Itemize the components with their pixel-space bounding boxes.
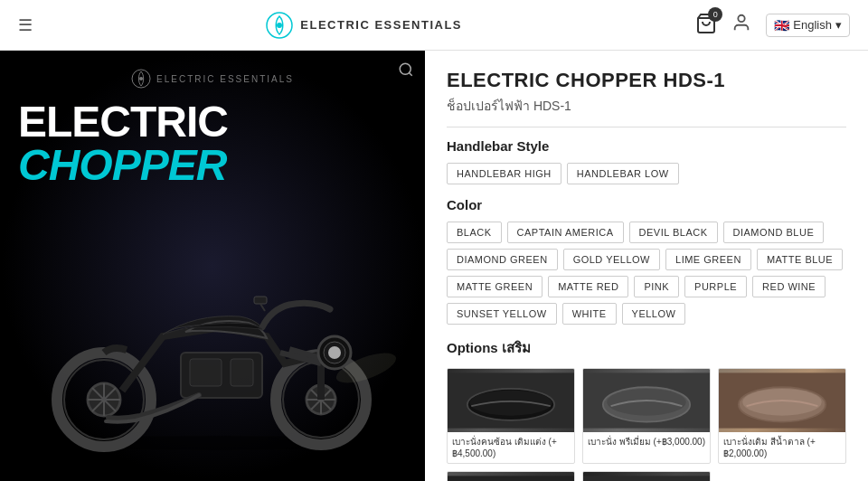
extra-item-4[interactable]	[447, 471, 575, 481]
extra-seat-custom-desc: เบาะนั่งคนซ้อน เดิมแต่ง (+ ฿4,500.00)	[448, 432, 574, 463]
svg-point-1	[277, 23, 282, 28]
svg-point-38	[607, 389, 686, 416]
watermark-logo-icon	[131, 69, 151, 89]
color-red-wine[interactable]: RED WINE	[752, 276, 826, 297]
flag-icon: 🇬🇧	[774, 18, 789, 33]
color-options: BLACK CAPTAIN AMERICA DEVIL BLACK DIAMON…	[447, 222, 846, 325]
header-center: ELECTRIC ESSENTIALS	[266, 12, 462, 39]
extra-seat-leather-desc: เบาะนั่งเดิม สีน้ำตาล (+ ฿2,000.00)	[719, 432, 845, 463]
brand-watermark: ELECTRIC ESSENTIALS	[131, 69, 294, 89]
handlebar-options: HANDLEBAR HIGH HANDLEBAR LOW	[447, 163, 846, 184]
color-captain-america[interactable]: CAPTAIN AMERICA	[507, 222, 624, 243]
handlebar-high-button[interactable]: HANDLEBAR HIGH	[447, 163, 561, 184]
extra-seat-premium-image	[583, 369, 710, 432]
extra-seat-custom-image	[448, 369, 574, 432]
extras-label: Options เสริม	[447, 337, 846, 359]
color-label: Color	[447, 197, 846, 212]
chevron-down-icon: ▾	[835, 18, 842, 32]
motorcycle-image	[23, 219, 402, 454]
svg-rect-30	[254, 297, 267, 304]
hamburger-icon[interactable]: ☰	[18, 15, 33, 35]
color-pink[interactable]: PINK	[634, 276, 679, 297]
svg-point-35	[470, 391, 552, 416]
extra-item-4-icon	[448, 472, 574, 481]
chopper-line1: ELECTRIC	[18, 100, 407, 144]
extra-item-5[interactable]	[582, 471, 711, 481]
color-devil-black[interactable]: DEVIL BLACK	[629, 222, 718, 243]
color-diamond-green[interactable]: DIAMOND GREEN	[447, 249, 558, 270]
extra-item-5-image	[583, 472, 710, 481]
cart-badge: 0	[708, 7, 722, 22]
svg-point-41	[742, 389, 822, 416]
color-yellow[interactable]: YELLOW	[622, 303, 686, 325]
extra-seat-leather-icon	[719, 369, 845, 432]
extra-item-5-icon	[583, 472, 710, 481]
color-purple[interactable]: PURPLE	[684, 276, 747, 297]
color-diamond-blue[interactable]: DIAMOND BLUE	[723, 222, 825, 243]
header: ☰ ELECTRIC ESSENTIALS 0 🇬🇧 Eng	[0, 0, 868, 51]
color-black[interactable]: BLACK	[447, 222, 502, 243]
brand-name: ELECTRIC ESSENTIALS	[300, 18, 462, 32]
extra-seat-custom-icon	[448, 369, 574, 432]
color-matte-red[interactable]: MATTE RED	[548, 276, 628, 297]
svg-rect-23	[231, 359, 253, 386]
account-icon[interactable]	[731, 13, 751, 37]
brand-logo-icon	[266, 12, 293, 39]
extra-seat-leather[interactable]: เบาะนั่งเดิม สีน้ำตาล (+ ฿2,000.00)	[718, 368, 846, 464]
header-right: 0 🇬🇧 English ▾	[695, 13, 850, 37]
svg-point-28	[328, 346, 341, 359]
extra-seat-premium-desc: เบาะนั่ง พรีเมี่ยม (+฿3,000.00)	[583, 432, 710, 451]
main-content: ELECTRIC ESSENTIALS ELECTRIC CHOPPER	[0, 51, 868, 481]
extra-seat-leather-image	[719, 369, 845, 432]
extra-seat-custom[interactable]: เบาะนั่งคนซ้อน เดิมแต่ง (+ ฿4,500.00)	[447, 368, 575, 464]
extras-grid: เบาะนั่งคนซ้อน เดิมแต่ง (+ ฿4,500.00) เบ…	[447, 368, 846, 481]
color-lime-green[interactable]: LIME GREEN	[665, 249, 751, 270]
svg-point-5	[139, 77, 143, 80]
product-image-panel: ELECTRIC ESSENTIALS ELECTRIC CHOPPER	[0, 51, 425, 481]
header-left: ☰	[18, 15, 33, 35]
svg-rect-22	[190, 359, 222, 386]
color-matte-blue[interactable]: MATTE BLUE	[757, 249, 843, 270]
search-icon[interactable]	[398, 61, 414, 81]
extra-seat-premium[interactable]: เบาะนั่ง พรีเมี่ยม (+฿3,000.00)	[582, 368, 711, 464]
extra-item-4-image	[448, 472, 574, 481]
product-details-panel: ELECTRIC CHOPPER HDS-1 ช็อปเปอร์ไฟฟ้า HD…	[425, 51, 868, 481]
extra-seat-premium-icon	[583, 369, 710, 432]
language-button[interactable]: 🇬🇧 English ▾	[766, 14, 850, 37]
chopper-line2: CHOPPER	[18, 144, 407, 187]
language-label: English	[793, 18, 832, 32]
product-title: ELECTRIC CHOPPER HDS-1	[447, 69, 846, 92]
svg-rect-42	[448, 476, 574, 481]
motorcycle-container	[9, 219, 416, 454]
svg-point-3	[739, 15, 745, 22]
color-sunset-yellow[interactable]: SUNSET YELLOW	[447, 303, 557, 325]
handlebar-label: Handlebar Style	[447, 138, 846, 154]
svg-line-31	[260, 304, 265, 311]
color-section: Color BLACK CAPTAIN AMERICA DEVIL BLACK …	[447, 197, 846, 325]
color-white[interactable]: WHITE	[562, 303, 617, 325]
svg-rect-44	[583, 476, 710, 481]
handlebar-low-button[interactable]: HANDLEBAR LOW	[567, 163, 679, 184]
color-matte-green[interactable]: MATTE GREEN	[447, 276, 542, 297]
product-image-bg: ELECTRIC ESSENTIALS ELECTRIC CHOPPER	[0, 51, 425, 481]
product-subtitle: ช็อปเปอร์ไฟฟ้า HDS-1	[447, 96, 846, 127]
chopper-title: ELECTRIC CHOPPER	[18, 100, 407, 187]
cart-button[interactable]: 0	[695, 13, 717, 37]
watermark-brand-text: ELECTRIC ESSENTIALS	[156, 74, 294, 84]
svg-point-32	[400, 63, 410, 74]
color-gold-yellow[interactable]: GOLD YELLOW	[563, 249, 660, 270]
